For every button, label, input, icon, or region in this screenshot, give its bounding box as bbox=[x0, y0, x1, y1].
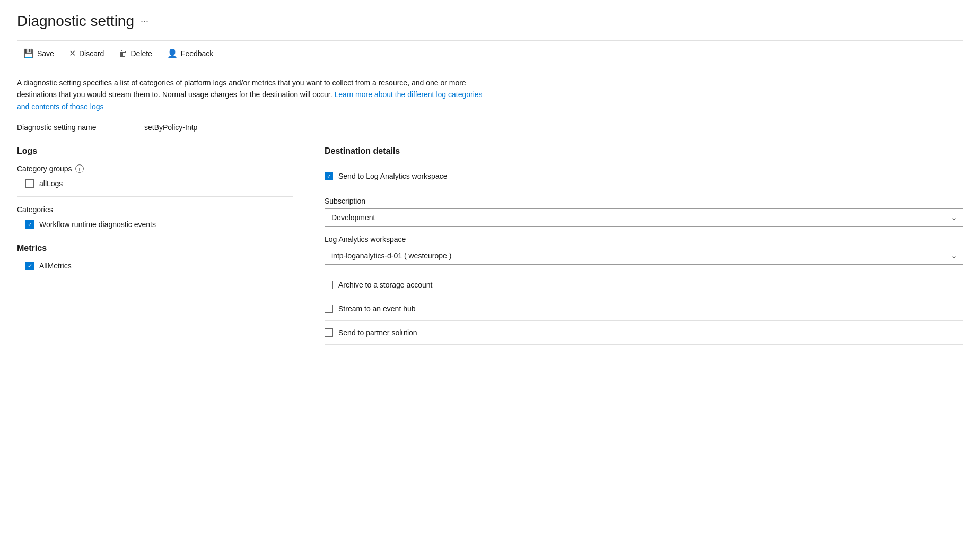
allmetrics-label[interactable]: AllMetrics bbox=[39, 262, 72, 270]
feedback-button[interactable]: 👤 Feedback bbox=[161, 45, 220, 62]
category-groups-info-icon[interactable]: i bbox=[75, 164, 84, 173]
storage-account-row: Archive to a storage account bbox=[325, 273, 963, 297]
storage-account-label: Archive to a storage account bbox=[338, 281, 432, 289]
subscription-select[interactable]: Development bbox=[325, 208, 963, 227]
setting-name-row: Diagnostic setting name setByPolicy-Intp bbox=[17, 123, 963, 132]
alllogs-label[interactable]: allLogs bbox=[39, 179, 63, 188]
left-panel: Logs Category groups i allLogs Categorie… bbox=[17, 146, 293, 345]
description-text: A diagnostic setting specifies a list of… bbox=[17, 77, 494, 112]
delete-icon: 🗑 bbox=[119, 49, 127, 58]
setting-name-value: setByPolicy-Intp bbox=[144, 123, 197, 132]
alllogs-checkbox[interactable] bbox=[25, 179, 34, 188]
delete-button[interactable]: 🗑 Delete bbox=[112, 46, 158, 62]
ellipsis-menu[interactable]: ··· bbox=[141, 16, 148, 27]
main-content: Logs Category groups i allLogs Categorie… bbox=[17, 146, 963, 345]
allmetrics-checkbox[interactable] bbox=[25, 262, 34, 270]
right-panel: Destination details Send to Log Analytic… bbox=[325, 146, 963, 345]
event-hub-label: Stream to an event hub bbox=[338, 305, 416, 313]
metrics-section-title: Metrics bbox=[17, 244, 293, 253]
toolbar: 💾 Save ✕ Discard 🗑 Delete 👤 Feedback bbox=[17, 40, 963, 66]
workflow-runtime-row: Workflow runtime diagnostic events bbox=[17, 220, 293, 229]
logs-section-title: Logs bbox=[17, 146, 293, 156]
discard-icon: ✕ bbox=[69, 48, 76, 58]
storage-account-checkbox[interactable] bbox=[325, 281, 333, 289]
event-hub-row: Stream to an event hub bbox=[325, 297, 963, 321]
page-title: Diagnostic setting bbox=[17, 13, 134, 30]
subscription-select-wrapper: Development ⌄ bbox=[325, 208, 963, 227]
workspace-select-wrapper: intp-loganalytics-d-01 ( westeurope ) ⌄ bbox=[325, 247, 963, 265]
category-groups-heading: Category groups i bbox=[17, 164, 293, 173]
setting-name-label: Diagnostic setting name bbox=[17, 123, 112, 132]
workspace-group: Log Analytics workspace intp-loganalytic… bbox=[325, 235, 963, 265]
partner-solution-row: Send to partner solution bbox=[325, 321, 963, 345]
metrics-section: Metrics AllMetrics bbox=[17, 244, 293, 270]
workflow-runtime-checkbox[interactable] bbox=[25, 220, 34, 229]
subscription-group: Subscription Development ⌄ bbox=[325, 197, 963, 227]
destination-section-title: Destination details bbox=[325, 146, 963, 156]
save-button[interactable]: 💾 Save bbox=[17, 45, 60, 62]
subscription-label: Subscription bbox=[325, 197, 963, 205]
partner-solution-checkbox[interactable] bbox=[325, 328, 333, 337]
log-analytics-row: Send to Log Analytics workspace bbox=[325, 164, 963, 188]
partner-solution-label: Send to partner solution bbox=[338, 328, 417, 337]
log-analytics-label: Send to Log Analytics workspace bbox=[338, 172, 447, 180]
log-analytics-checkbox[interactable] bbox=[325, 172, 333, 180]
feedback-icon: 👤 bbox=[167, 48, 178, 58]
workspace-select[interactable]: intp-loganalytics-d-01 ( westeurope ) bbox=[325, 247, 963, 265]
categories-heading: Categories bbox=[17, 205, 293, 214]
logs-section: Logs Category groups i allLogs Categorie… bbox=[17, 146, 293, 229]
event-hub-checkbox[interactable] bbox=[325, 305, 333, 313]
discard-button[interactable]: ✕ Discard bbox=[63, 45, 110, 62]
allmetrics-row: AllMetrics bbox=[17, 262, 293, 270]
workspace-label: Log Analytics workspace bbox=[325, 235, 963, 244]
workflow-runtime-label[interactable]: Workflow runtime diagnostic events bbox=[39, 220, 156, 229]
category-divider bbox=[17, 196, 293, 197]
alllogs-row: allLogs bbox=[17, 179, 293, 188]
save-icon: 💾 bbox=[23, 48, 34, 58]
